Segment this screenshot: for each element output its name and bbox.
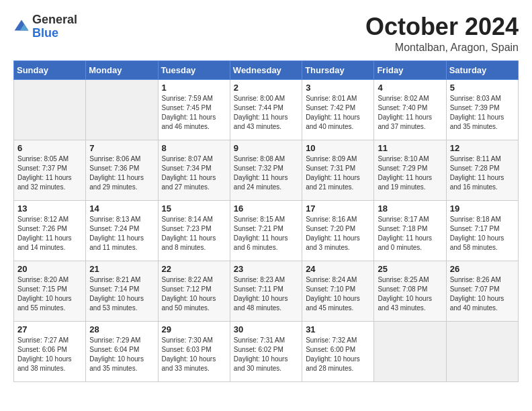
day-number: 5 [450,83,515,93]
day-number: 17 [306,203,370,214]
calendar-header-row: SundayMondayTuesdayWednesdayThursdayFrid… [14,60,519,79]
day-number: 22 [162,264,226,274]
calendar-cell: 15Sunrise: 8:14 AM Sunset: 7:23 PM Dayli… [158,200,230,261]
day-number: 2 [234,83,298,93]
day-number: 20 [17,264,82,274]
day-info: Sunrise: 8:24 AM Sunset: 7:10 PM Dayligh… [306,275,370,313]
logo-icon [13,19,30,35]
day-number: 8 [162,143,226,153]
calendar-cell [86,79,158,140]
day-info: Sunrise: 8:13 AM Sunset: 7:24 PM Dayligh… [89,215,154,253]
column-header-friday: Friday [374,60,446,79]
logo-text: General Blue [32,13,77,40]
day-info: Sunrise: 7:59 AM Sunset: 7:45 PM Dayligh… [162,94,226,132]
calendar-week-row: 1Sunrise: 7:59 AM Sunset: 7:45 PM Daylig… [14,79,519,140]
day-info: Sunrise: 8:01 AM Sunset: 7:42 PM Dayligh… [306,94,370,132]
calendar-cell: 3Sunrise: 8:01 AM Sunset: 7:42 PM Daylig… [302,79,374,140]
calendar-cell: 26Sunrise: 8:26 AM Sunset: 7:07 PM Dayli… [446,261,518,321]
location-title: Montalban, Aragon, Spain [365,42,519,54]
column-header-saturday: Saturday [446,60,518,79]
day-number: 24 [306,264,370,274]
day-info: Sunrise: 8:15 AM Sunset: 7:21 PM Dayligh… [234,215,298,253]
day-number: 16 [234,203,298,214]
calendar-cell: 4Sunrise: 8:02 AM Sunset: 7:40 PM Daylig… [374,79,446,140]
day-number: 13 [17,203,82,214]
day-number: 14 [89,203,154,214]
calendar-cell: 5Sunrise: 8:03 AM Sunset: 7:39 PM Daylig… [446,79,518,140]
calendar-cell: 24Sunrise: 8:24 AM Sunset: 7:10 PM Dayli… [302,261,374,321]
day-info: Sunrise: 8:12 AM Sunset: 7:26 PM Dayligh… [17,215,82,253]
day-info: Sunrise: 8:22 AM Sunset: 7:12 PM Dayligh… [162,275,226,313]
day-info: Sunrise: 8:17 AM Sunset: 7:18 PM Dayligh… [378,215,442,253]
day-number: 12 [450,143,515,153]
calendar-cell: 19Sunrise: 8:18 AM Sunset: 7:17 PM Dayli… [446,200,518,261]
column-header-monday: Monday [86,60,158,79]
day-number: 4 [378,83,442,93]
day-info: Sunrise: 8:25 AM Sunset: 7:08 PM Dayligh… [378,275,442,313]
column-header-tuesday: Tuesday [158,60,230,79]
logo-blue-label: Blue [32,27,77,40]
calendar-cell: 11Sunrise: 8:10 AM Sunset: 7:29 PM Dayli… [374,140,446,200]
day-number: 23 [234,264,298,274]
day-number: 21 [89,264,154,274]
calendar-cell: 21Sunrise: 8:21 AM Sunset: 7:14 PM Dayli… [86,261,158,321]
calendar-week-row: 27Sunrise: 7:27 AM Sunset: 6:06 PM Dayli… [14,321,519,381]
page-header: General Blue October 2024 Montalban, Ara… [13,13,519,54]
column-header-thursday: Thursday [302,60,374,79]
day-number: 18 [378,203,442,214]
calendar-cell: 18Sunrise: 8:17 AM Sunset: 7:18 PM Dayli… [374,200,446,261]
calendar-cell: 10Sunrise: 8:09 AM Sunset: 7:31 PM Dayli… [302,140,374,200]
day-number: 9 [234,143,298,153]
calendar-cell: 6Sunrise: 8:05 AM Sunset: 7:37 PM Daylig… [14,140,86,200]
day-number: 30 [234,324,298,334]
day-info: Sunrise: 7:31 AM Sunset: 6:02 PM Dayligh… [234,336,298,373]
calendar-cell: 12Sunrise: 8:11 AM Sunset: 7:28 PM Dayli… [446,140,518,200]
day-info: Sunrise: 8:11 AM Sunset: 7:28 PM Dayligh… [450,154,515,192]
calendar-cell: 17Sunrise: 8:16 AM Sunset: 7:20 PM Dayli… [302,200,374,261]
day-number: 28 [89,324,154,334]
day-info: Sunrise: 8:08 AM Sunset: 7:32 PM Dayligh… [234,154,298,192]
calendar-cell: 31Sunrise: 7:32 AM Sunset: 6:00 PM Dayli… [302,321,374,381]
day-info: Sunrise: 8:20 AM Sunset: 7:15 PM Dayligh… [17,275,82,313]
calendar-table: SundayMondayTuesdayWednesdayThursdayFrid… [13,60,519,382]
day-number: 7 [89,143,154,153]
day-info: Sunrise: 8:10 AM Sunset: 7:29 PM Dayligh… [378,154,442,192]
logo-general-label: General [32,13,77,27]
day-number: 3 [306,83,370,93]
day-number: 29 [162,324,226,334]
day-info: Sunrise: 8:18 AM Sunset: 7:17 PM Dayligh… [450,215,515,253]
day-info: Sunrise: 8:09 AM Sunset: 7:31 PM Dayligh… [306,154,370,192]
calendar-cell [446,321,518,381]
calendar-week-row: 13Sunrise: 8:12 AM Sunset: 7:26 PM Dayli… [14,200,519,261]
day-number: 26 [450,264,515,274]
column-header-wednesday: Wednesday [230,60,302,79]
calendar-cell: 14Sunrise: 8:13 AM Sunset: 7:24 PM Dayli… [86,200,158,261]
day-number: 31 [306,324,370,334]
day-info: Sunrise: 8:07 AM Sunset: 7:34 PM Dayligh… [162,154,226,192]
title-area: October 2024 Montalban, Aragon, Spain [365,13,519,54]
calendar-cell: 2Sunrise: 8:00 AM Sunset: 7:44 PM Daylig… [230,79,302,140]
day-info: Sunrise: 8:23 AM Sunset: 7:11 PM Dayligh… [234,275,298,313]
day-info: Sunrise: 8:14 AM Sunset: 7:23 PM Dayligh… [162,215,226,253]
calendar-cell: 20Sunrise: 8:20 AM Sunset: 7:15 PM Dayli… [14,261,86,321]
day-number: 15 [162,203,226,214]
day-info: Sunrise: 8:06 AM Sunset: 7:36 PM Dayligh… [89,154,154,192]
day-info: Sunrise: 8:26 AM Sunset: 7:07 PM Dayligh… [450,275,515,313]
column-header-sunday: Sunday [14,60,86,79]
calendar-cell: 27Sunrise: 7:27 AM Sunset: 6:06 PM Dayli… [14,321,86,381]
calendar-week-row: 6Sunrise: 8:05 AM Sunset: 7:37 PM Daylig… [14,140,519,200]
calendar-cell: 8Sunrise: 8:07 AM Sunset: 7:34 PM Daylig… [158,140,230,200]
day-info: Sunrise: 7:30 AM Sunset: 6:03 PM Dayligh… [162,336,226,373]
day-number: 27 [17,324,82,334]
day-number: 10 [306,143,370,153]
calendar-cell [374,321,446,381]
day-info: Sunrise: 8:03 AM Sunset: 7:39 PM Dayligh… [450,94,515,132]
day-number: 6 [17,143,82,153]
day-number: 1 [162,83,226,93]
day-number: 19 [450,203,515,214]
day-info: Sunrise: 8:05 AM Sunset: 7:37 PM Dayligh… [17,154,82,192]
day-number: 11 [378,143,442,153]
calendar-cell: 22Sunrise: 8:22 AM Sunset: 7:12 PM Dayli… [158,261,230,321]
calendar-week-row: 20Sunrise: 8:20 AM Sunset: 7:15 PM Dayli… [14,261,519,321]
day-info: Sunrise: 8:02 AM Sunset: 7:40 PM Dayligh… [378,94,442,132]
